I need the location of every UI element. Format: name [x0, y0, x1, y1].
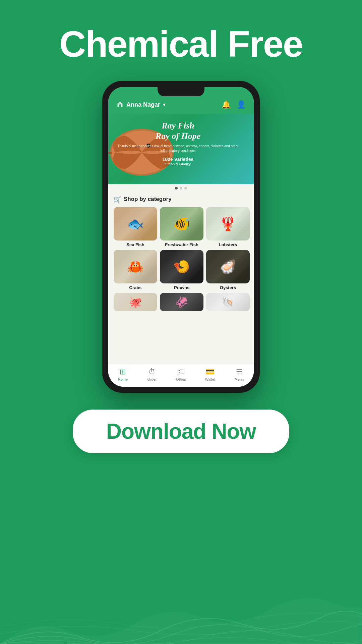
nav-item-home[interactable]: ⊞ Home — [113, 368, 133, 381]
category-heading: Shop by category — [124, 196, 172, 203]
nav-label-home: Home — [118, 377, 128, 381]
prawns-image — [160, 250, 203, 283]
banner-title: Ray Fish Ray of Hope — [108, 120, 248, 141]
wallet-icon: 💳 — [205, 368, 215, 376]
partial-item-2: 🦑 — [160, 293, 203, 311]
crabs-image — [114, 250, 157, 283]
dot-1 — [175, 187, 178, 190]
nav-item-order[interactable]: ⏱ Order — [142, 368, 162, 381]
list-item[interactable]: Oysters — [206, 250, 250, 290]
list-item[interactable]: Sea Fish — [114, 207, 157, 247]
location-text: Anna Nagar — [126, 101, 160, 108]
phone-body: Anna Nagar ▾ 🔔 👤 — [102, 81, 260, 393]
category-header: 🛒 Shop by category — [114, 196, 248, 203]
list-item[interactable]: Prawns — [160, 250, 203, 290]
lobsters-image — [206, 207, 250, 240]
freshwater-fish-label: Freshwater Fish — [165, 242, 198, 247]
freshwater-fish-image — [160, 207, 203, 240]
shop-icon: 🛒 — [114, 196, 121, 203]
nav-label-order: Order — [147, 377, 157, 381]
banner-subtitle: Thirukkai meen reduces risk of heart dis… — [108, 144, 248, 153]
offers-icon: 🏷 — [177, 368, 185, 376]
lobsters-label: Lobsters — [219, 242, 237, 247]
category-section: 🛒 Shop by category Sea Fish Freshwater F… — [108, 192, 254, 364]
download-section: Download Now — [0, 410, 362, 453]
home-icon: ⊞ — [120, 368, 126, 376]
nav-item-wallet[interactable]: 💳 Wallet — [200, 368, 220, 381]
phone-mockup: Anna Nagar ▾ 🔔 👤 — [0, 81, 362, 393]
category-grid: Sea Fish Freshwater Fish Lobsters — [114, 207, 248, 290]
oysters-label: Oysters — [220, 285, 236, 290]
order-icon: ⏱ — [148, 368, 156, 376]
banner-dots — [108, 184, 254, 192]
location-area[interactable]: Anna Nagar ▾ — [116, 101, 165, 108]
nav-item-offers[interactable]: 🏷 Offers — [171, 368, 191, 381]
sea-fish-image — [114, 207, 157, 240]
profile-icon[interactable]: 👤 — [237, 100, 246, 109]
partial-item-3: 🐚 — [206, 293, 250, 311]
nav-label-menu: Menu — [235, 377, 244, 381]
location-chevron: ▾ — [163, 102, 165, 107]
menu-icon: ☰ — [236, 368, 243, 376]
nav-label-offers: Offers — [176, 377, 186, 381]
oysters-image — [206, 250, 250, 283]
phone-notch — [158, 87, 204, 96]
banner-text: Ray Fish Ray of Hope Thirukkai meen redu… — [108, 120, 248, 166]
dot-2 — [180, 187, 182, 190]
list-item[interactable]: Crabs — [114, 250, 157, 290]
nav-item-menu[interactable]: ☰ Menu — [229, 368, 249, 381]
sea-fish-label: Sea Fish — [126, 242, 144, 247]
store-icon — [116, 102, 124, 108]
svg-rect-1 — [119, 104, 121, 107]
banner-varieties: 100+ Varieties — [108, 157, 248, 162]
banner: Ray Fish Ray of Hope Thirukkai meen redu… — [108, 114, 254, 184]
dot-3 — [184, 187, 187, 190]
partial-item-1: 🐙 — [114, 293, 157, 311]
banner-quality: Fresh & Quality — [108, 162, 248, 166]
nav-label-wallet: Wallet — [205, 377, 215, 381]
crabs-label: Crabs — [129, 285, 142, 290]
partial-row: 🐙 🦑 🐚 — [114, 293, 248, 311]
main-title: Chemical Free — [0, 0, 362, 64]
prawns-label: Prawns — [174, 285, 189, 290]
bell-icon[interactable]: 🔔 — [222, 100, 231, 109]
header-icons: 🔔 👤 — [222, 100, 246, 109]
list-item[interactable]: Freshwater Fish — [160, 207, 203, 247]
download-button[interactable]: Download Now — [73, 410, 290, 453]
phone-screen: Anna Nagar ▾ 🔔 👤 — [108, 87, 254, 387]
list-item[interactable]: Lobsters — [206, 207, 250, 247]
bottom-nav: ⊞ Home ⏱ Order 🏷 Offers 💳 Wallet ☰ M — [108, 364, 254, 387]
